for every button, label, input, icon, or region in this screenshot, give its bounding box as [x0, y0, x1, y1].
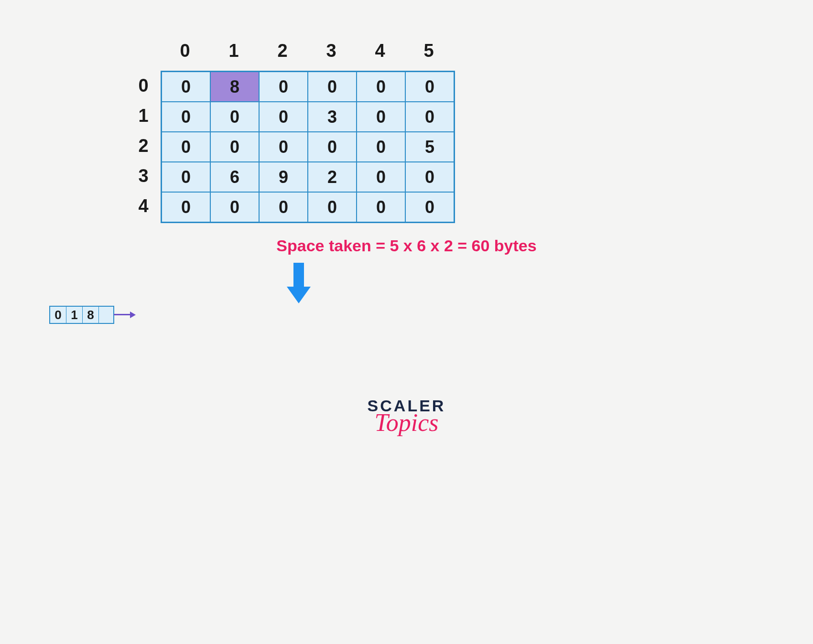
table-row: 0 0 0 0 0 0	[162, 192, 454, 222]
node-row-value: 0	[50, 307, 66, 323]
matrix-cell: 0	[308, 72, 357, 102]
matrix-cell: 0	[162, 72, 210, 102]
row-headers: 0 1 2 3 4	[129, 71, 158, 221]
col-header: 0	[161, 41, 209, 61]
matrix-cell: 5	[405, 132, 454, 162]
node-data-value: 8	[83, 307, 99, 323]
diagram-container: 0 1 2 3 4 5 0 1 2 3 4 0 8 0 0 0 0 0 0 0 …	[0, 0, 813, 644]
scaler-logo: SCALER Topics	[0, 397, 813, 437]
matrix-grid: 0 8 0 0 0 0 0 0 0 3 0 0 0 0 0 0 0 5 0 6 …	[161, 71, 455, 223]
table-row: 0 6 9 2 0 0	[162, 162, 454, 192]
matrix-cell: 0	[259, 132, 308, 162]
row-header: 2	[129, 131, 158, 161]
col-header: 3	[307, 41, 356, 61]
row-header: 1	[129, 101, 158, 131]
matrix-cell: 6	[210, 162, 259, 192]
matrix-cell: 0	[357, 162, 405, 192]
row-header: 0	[129, 71, 158, 101]
matrix-cell: 0	[210, 132, 259, 162]
col-header: 1	[209, 41, 258, 61]
logo-text-topics: Topics	[0, 408, 813, 437]
matrix-cell: 0	[357, 72, 405, 102]
matrix-cell: 0	[405, 162, 454, 192]
matrix-cell: 0	[357, 102, 405, 132]
matrix-cell: 0	[162, 132, 210, 162]
matrix-cell: 2	[308, 162, 357, 192]
table-row: 0 0 0 0 0 5	[162, 132, 454, 162]
matrix-cell: 0	[405, 72, 454, 102]
row-header: 4	[129, 191, 158, 221]
col-header: 4	[356, 41, 404, 61]
matrix-cell-highlighted: 8	[210, 72, 259, 102]
node-pointer	[99, 307, 113, 323]
matrix-cell: 0	[210, 192, 259, 222]
matrix-cell: 0	[357, 132, 405, 162]
table-row: 0 8 0 0 0 0	[162, 72, 454, 102]
matrix-cell: 0	[357, 192, 405, 222]
matrix-cell: 0	[162, 102, 210, 132]
matrix-cell: 0	[308, 132, 357, 162]
matrix-cell: 0	[259, 72, 308, 102]
right-arrow-icon	[114, 312, 138, 317]
row-header: 3	[129, 161, 158, 191]
space-caption: Space taken = 5 x 6 x 2 = 60 bytes	[0, 236, 813, 255]
matrix-cell: 0	[162, 162, 210, 192]
matrix-cell: 0	[210, 102, 259, 132]
matrix-cell: 3	[308, 102, 357, 132]
down-arrow-icon	[287, 263, 311, 306]
matrix-cell: 0	[308, 192, 357, 222]
linked-list-node: 0 1 8	[49, 306, 114, 324]
matrix-cell: 0	[162, 192, 210, 222]
matrix-cell: 0	[259, 192, 308, 222]
table-row: 0 0 0 3 0 0	[162, 102, 454, 132]
matrix-cell: 0	[405, 102, 454, 132]
matrix-cell: 0	[259, 102, 308, 132]
matrix-cell: 0	[405, 192, 454, 222]
column-headers: 0 1 2 3 4 5	[161, 41, 453, 61]
matrix-cell: 9	[259, 162, 308, 192]
col-header: 5	[404, 41, 453, 61]
col-header: 2	[258, 41, 307, 61]
node-col-value: 1	[66, 307, 83, 323]
